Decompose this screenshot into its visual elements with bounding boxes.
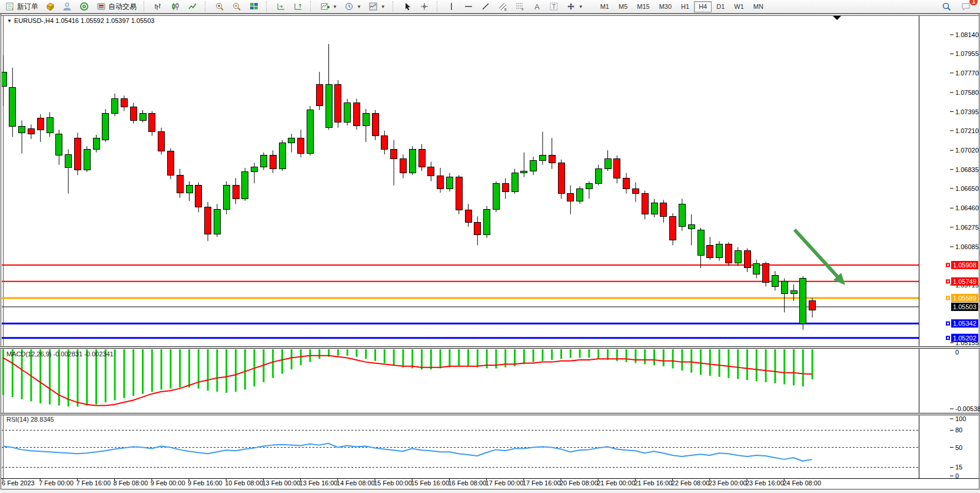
auto-trading-icon xyxy=(97,2,107,11)
text-button[interactable]: A xyxy=(529,1,545,12)
clock-icon xyxy=(344,2,354,11)
zoom-in-icon xyxy=(215,2,225,11)
cursor-button[interactable] xyxy=(400,1,416,12)
periods-caret: ▼ xyxy=(357,4,361,9)
horizontal-line-button[interactable] xyxy=(461,1,477,12)
template-caret: ▼ xyxy=(381,4,386,9)
mt4-application: 新订单 自动交易 xyxy=(0,0,980,493)
arrows-button[interactable]: ▼ xyxy=(563,1,586,12)
macd-values: -0.002831 -0.002341 xyxy=(53,350,113,358)
svg-text:F: F xyxy=(521,8,524,11)
macd-name: MACD(12,26,9) xyxy=(6,350,51,358)
toolbar-separator xyxy=(393,1,397,12)
trendline-icon xyxy=(481,2,491,11)
package-button[interactable] xyxy=(42,1,58,12)
search-icon xyxy=(942,2,952,11)
toolbar-separator xyxy=(266,1,270,12)
template-icon xyxy=(368,2,378,11)
fibonacci-button[interactable]: F xyxy=(512,1,528,12)
auto-trading-button[interactable]: 自动交易 xyxy=(94,1,139,12)
zoom-out-button[interactable] xyxy=(229,1,245,12)
text-label-icon: T xyxy=(549,2,559,11)
crosshair-icon xyxy=(420,2,430,11)
timeframe-toolbar: M1M5M15M30H1H4D1W1MN xyxy=(596,1,768,12)
arrows-icon xyxy=(566,2,576,11)
auto-scroll-icon xyxy=(276,2,286,11)
tile-windows-icon xyxy=(249,2,259,11)
template-button[interactable]: ▼ xyxy=(366,1,388,12)
new-order-label: 新订单 xyxy=(17,2,38,12)
indicators-icon xyxy=(320,2,330,11)
text-icon: A xyxy=(532,2,542,11)
indicators-caret: ▼ xyxy=(333,4,337,9)
new-order-button[interactable]: 新订单 xyxy=(2,1,41,12)
line-chart-icon xyxy=(188,2,198,11)
toolbar-separator xyxy=(144,1,148,12)
timeframe-button-mn[interactable]: MN xyxy=(749,1,768,12)
macd-indicator-label: MACD(12,26,9) -0.002831 -0.002341 xyxy=(6,350,114,358)
cursor-icon xyxy=(403,2,413,11)
zoom-out-icon xyxy=(232,2,242,11)
candlestick-chart-button[interactable] xyxy=(168,1,184,12)
chart-shift-button[interactable] xyxy=(290,1,306,12)
bar-chart-button[interactable] xyxy=(151,1,167,12)
chart-shift-icon xyxy=(293,2,303,11)
signal-icon xyxy=(79,2,89,11)
chart-title-caret-icon[interactable]: ▼ xyxy=(7,18,12,24)
line-chart-button[interactable] xyxy=(185,1,201,12)
toolbar-right-icons: 1 xyxy=(939,1,978,12)
chart-window xyxy=(1,14,979,489)
timeframe-button-w1[interactable]: W1 xyxy=(729,1,749,12)
search-button[interactable] xyxy=(939,1,955,12)
timeframe-button-m5[interactable]: M5 xyxy=(614,1,632,12)
chart-ohlc-values: 1.05416 1.05592 1.05397 1.05503 xyxy=(55,17,154,24)
horizontal-line-icon xyxy=(464,2,474,11)
notifications-button[interactable]: 1 xyxy=(958,1,974,12)
timeframe-button-h1[interactable]: H1 xyxy=(676,1,694,12)
periods-button[interactable]: ▼ xyxy=(341,1,364,12)
svg-text:A: A xyxy=(534,2,540,11)
toolbar-separator xyxy=(437,1,441,12)
profile-button[interactable] xyxy=(59,1,75,12)
trendline-button[interactable] xyxy=(478,1,494,12)
arrows-caret: ▼ xyxy=(579,4,583,9)
user-icon xyxy=(62,2,72,11)
tile-windows-button[interactable] xyxy=(246,1,262,12)
timeframe-button-h4[interactable]: H4 xyxy=(694,1,712,12)
zoom-in-button[interactable] xyxy=(212,1,228,12)
channel-icon: E xyxy=(498,2,508,11)
timeframe-button-m30[interactable]: M30 xyxy=(655,1,676,12)
svg-text:E: E xyxy=(504,8,507,11)
svg-text:T: T xyxy=(552,4,556,10)
main-toolbar: 新订单 自动交易 xyxy=(0,0,980,14)
timeframe-button-m15[interactable]: M15 xyxy=(632,1,654,12)
notification-badge: 1 xyxy=(969,0,978,5)
new-order-icon xyxy=(5,2,15,11)
auto-trading-label: 自动交易 xyxy=(108,2,137,12)
vertical-line-icon xyxy=(447,2,457,11)
fibonacci-icon: F xyxy=(515,2,525,11)
timeframe-button-d1[interactable]: D1 xyxy=(712,1,729,12)
chart-symbol-period: EURUSD-,H4 xyxy=(14,17,54,24)
chart-title: ▼EURUSD-,H4 1.05416 1.05592 1.05397 1.05… xyxy=(7,17,154,24)
indicators-button[interactable]: ▼ xyxy=(317,1,340,12)
bar-chart-icon xyxy=(154,2,164,11)
candlestick-chart-icon xyxy=(171,2,181,11)
rsi-name: RSI(14) xyxy=(6,416,29,423)
toolbar-separator xyxy=(310,1,314,12)
vertical-line-button[interactable] xyxy=(444,1,460,12)
rsi-indicator-label: RSI(14) 28.8345 xyxy=(6,416,54,423)
equidistant-channel-button[interactable]: E xyxy=(495,1,511,12)
timeframe-button-m1[interactable]: M1 xyxy=(596,1,614,12)
auto-scroll-button[interactable] xyxy=(273,1,289,12)
rsi-value: 28.8345 xyxy=(31,416,54,423)
crosshair-button[interactable] xyxy=(417,1,433,12)
signals-button[interactable] xyxy=(77,1,92,12)
toolbar-separator xyxy=(205,1,209,12)
package-icon xyxy=(45,2,55,11)
text-label-button[interactable]: T xyxy=(546,1,562,12)
